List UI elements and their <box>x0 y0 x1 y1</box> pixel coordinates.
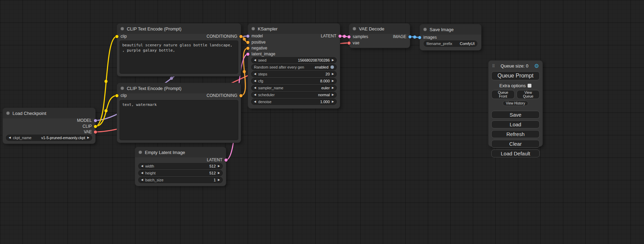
arrow-right-icon[interactable]: ▶ <box>332 93 334 96</box>
toggle-dot-icon[interactable] <box>330 65 334 69</box>
output-port-latent[interactable]: LATENT <box>321 33 342 39</box>
link-midpoint-dot[interactable] <box>105 80 108 83</box>
collapse-dot-icon[interactable] <box>6 111 10 115</box>
view-queue-button[interactable]: View Queue <box>517 90 540 99</box>
comfy-menu-panel[interactable]: ⠿ Queue size: 0 ⚙ Queue Prompt Extra opt… <box>488 61 542 146</box>
output-port-vae[interactable]: VAE <box>84 129 97 135</box>
port-dot-model[interactable] <box>246 35 249 38</box>
view-history-button[interactable]: View History <box>503 101 528 106</box>
port-dot-latent[interactable] <box>338 35 342 38</box>
port-dot-latent[interactable] <box>246 53 249 56</box>
node-titlebar[interactable]: Save Image <box>420 24 481 35</box>
arrow-left-icon[interactable]: ◀ <box>254 80 256 82</box>
collapse-dot-icon[interactable] <box>252 27 255 30</box>
collapse-dot-icon[interactable] <box>121 27 124 30</box>
node-titlebar[interactable]: VAE Decode <box>349 24 410 34</box>
load-button[interactable]: Load <box>491 120 540 128</box>
input-port-negative[interactable]: negative <box>246 45 267 51</box>
arrow-right-icon[interactable]: ▶ <box>332 100 334 103</box>
widget-filename-prefix[interactable]: filename_prefix ComfyUI <box>424 41 477 46</box>
queue-prompt-button[interactable]: Queue Prompt <box>491 71 540 80</box>
node-titlebar[interactable]: CLIP Text Encode (Prompt) <box>117 24 241 34</box>
node-ksampler[interactable]: KSampler model positive negative latent_… <box>248 24 340 108</box>
arrow-right-icon[interactable]: ▶ <box>218 179 220 181</box>
input-port-positive[interactable]: positive <box>246 39 266 45</box>
link-midpoint-dot[interactable] <box>170 77 173 80</box>
port-dot-model[interactable] <box>94 119 97 122</box>
refresh-button[interactable]: Refresh <box>491 130 540 138</box>
port-dot-image[interactable] <box>418 36 421 39</box>
node-graph-canvas[interactable]: Load Checkpoint MODEL CLIP VAE ◀ ckpt_na… <box>0 0 644 244</box>
collapse-dot-icon[interactable] <box>353 27 356 30</box>
arrow-left-icon[interactable]: ◀ <box>254 100 256 103</box>
input-port-clip[interactable]: clip <box>115 34 127 39</box>
collapse-dot-icon[interactable] <box>121 87 124 90</box>
node-empty-latent-image[interactable]: Empty Latent Image LATENT ◀ width 512 ▶ … <box>135 147 226 186</box>
arrow-right-icon[interactable]: ▶ <box>332 87 334 89</box>
arrow-left-icon[interactable]: ◀ <box>254 87 256 89</box>
port-dot-clip[interactable] <box>115 94 118 97</box>
clear-button[interactable]: Clear <box>491 140 540 148</box>
output-port-conditioning[interactable]: CONDITIONING <box>206 34 242 39</box>
input-port-latent-image[interactable]: latent_image <box>246 51 275 57</box>
port-dot-vae[interactable] <box>347 42 351 45</box>
port-dot-conditioning[interactable] <box>246 41 249 44</box>
arrow-right-icon[interactable]: ▶ <box>218 172 220 174</box>
input-port-clip[interactable]: clip <box>115 93 127 98</box>
port-dot-clip[interactable] <box>115 35 118 38</box>
output-port-clip[interactable]: CLIP <box>82 124 97 129</box>
widget-batch-size[interactable]: ◀ batch_size 1 ▶ <box>139 177 222 183</box>
arrow-right-icon[interactable]: ▶ <box>218 165 220 168</box>
collapse-dot-icon[interactable] <box>423 28 427 31</box>
prompt-textarea[interactable]: text, watermark <box>120 100 238 140</box>
widget-random-seed-toggle[interactable]: Random seed after every gen enabled <box>252 64 336 70</box>
input-port-samples[interactable]: samples <box>347 34 368 39</box>
output-port-latent[interactable]: LATENT <box>207 157 228 163</box>
arrow-left-icon[interactable]: ◀ <box>141 172 143 174</box>
arrow-right-icon[interactable]: ▶ <box>332 73 334 75</box>
port-dot-image[interactable] <box>408 35 412 38</box>
widget-height[interactable]: ◀ height 512 ▶ <box>139 170 222 176</box>
node-clip-text-encode-positive[interactable]: CLIP Text Encode (Prompt) clip CONDITION… <box>117 24 241 76</box>
link-midpoint-dot[interactable] <box>105 109 108 112</box>
port-dot-latent[interactable] <box>224 159 228 162</box>
extra-options-checkbox[interactable] <box>528 84 531 88</box>
output-port-image[interactable]: IMAGE <box>393 34 412 39</box>
port-dot-conditioning[interactable] <box>239 35 242 38</box>
node-save-image[interactable]: Save Image images filename_prefix ComfyU… <box>420 24 481 50</box>
widget-width[interactable]: ◀ width 512 ▶ <box>139 163 222 169</box>
prompt-textarea[interactable]: beautiful scenery nature glass bottle la… <box>120 41 238 73</box>
arrow-left-icon[interactable]: ◀ <box>254 59 256 62</box>
port-dot-latent[interactable] <box>347 35 351 38</box>
port-dot-conditioning[interactable] <box>239 94 242 97</box>
widget-seed[interactable]: ◀ seed 156680208700286 ▶ <box>252 57 336 63</box>
widget-scheduler[interactable]: ◀ scheduler normal ▶ <box>252 92 336 98</box>
port-dot-clip[interactable] <box>94 125 97 128</box>
port-dot-vae[interactable] <box>94 130 97 134</box>
output-port-model[interactable]: MODEL <box>77 118 97 123</box>
link-midpoint-dot[interactable] <box>243 38 246 41</box>
save-button[interactable]: Save <box>491 111 540 119</box>
port-dot-conditioning[interactable] <box>246 47 249 50</box>
widget-sampler-name[interactable]: ◀ sampler_name euler ▶ <box>252 85 336 91</box>
node-clip-text-encode-negative[interactable]: CLIP Text Encode (Prompt) clip CONDITION… <box>117 83 241 143</box>
settings-gear-icon[interactable]: ⚙ <box>534 63 539 69</box>
node-titlebar[interactable]: KSampler <box>248 24 340 34</box>
collapse-dot-icon[interactable] <box>139 151 142 154</box>
drag-handle-icon[interactable]: ⠿ <box>492 64 495 69</box>
node-titlebar[interactable]: Empty Latent Image <box>135 147 226 157</box>
arrow-left-icon[interactable]: ◀ <box>254 93 256 96</box>
input-port-vae[interactable]: vae <box>347 40 359 46</box>
node-titlebar[interactable]: Load Checkpoint <box>3 108 95 118</box>
link-midpoint-dot[interactable] <box>413 36 416 39</box>
node-vae-decode[interactable]: VAE Decode samples vae IMAGE <box>349 24 410 48</box>
load-default-button[interactable]: Load Default <box>491 150 540 157</box>
input-port-images[interactable]: images <box>418 35 437 40</box>
widget-steps[interactable]: ◀ steps 20 ▶ <box>252 71 336 77</box>
queue-front-button[interactable]: Queue Front <box>491 90 515 99</box>
input-port-model[interactable]: model <box>246 33 263 39</box>
widget-denoise[interactable]: ◀ denoise 1.000 ▶ <box>252 99 336 105</box>
arrow-left-icon[interactable]: ◀ <box>141 179 143 181</box>
link-midpoint-dot[interactable] <box>243 70 246 73</box>
output-port-conditioning[interactable]: CONDITIONING <box>206 93 242 98</box>
